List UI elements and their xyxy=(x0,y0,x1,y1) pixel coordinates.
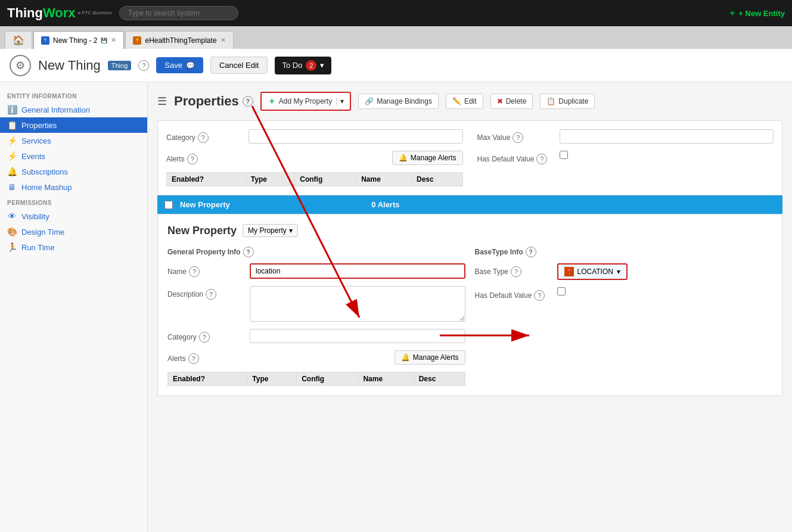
new-property-title: New Property xyxy=(167,225,237,237)
duplicate-icon: 📋 xyxy=(546,97,555,105)
tab-close-button[interactable]: ✕ xyxy=(111,36,116,44)
edit-button[interactable]: ✏️ Edit xyxy=(446,94,483,109)
tab-new-thing[interactable]: T New Thing - 2 💾 ✕ xyxy=(33,31,124,49)
sidebar-item-run-time[interactable]: 🏃 Run Time xyxy=(0,239,147,255)
my-property-dropdown[interactable]: My Property ▾ xyxy=(243,224,298,237)
general-property-info-title: General Property Info ? xyxy=(167,247,465,257)
alerts-help-icon[interactable]: ? xyxy=(187,154,198,164)
general-info-help[interactable]: ? xyxy=(243,247,254,257)
max-value-form-row: Max Value ? xyxy=(477,129,774,144)
sidebar-item-properties[interactable]: 📋 Properties xyxy=(0,117,147,133)
category-input[interactable] xyxy=(250,329,465,343)
base-type-field-help[interactable]: ? xyxy=(511,266,521,277)
col-type-2: Type xyxy=(247,372,297,386)
events-icon: ⚡ xyxy=(7,151,17,161)
thing-badge: Thing xyxy=(108,61,132,70)
category-help[interactable]: ? xyxy=(199,332,210,343)
new-property-two-col: General Property Info ? Name ? Descripti… xyxy=(167,247,772,386)
base-type-form-row: Base Type ? 📍 LOCATION ▾ xyxy=(475,263,773,280)
location-button[interactable]: 📍 LOCATION ▾ xyxy=(557,263,628,280)
duplicate-button[interactable]: 📋 Duplicate xyxy=(540,94,595,109)
location-type-icon: 📍 xyxy=(564,267,574,276)
category-label-top: Category ? xyxy=(166,129,244,143)
permissions-section-title: PERMISSIONS xyxy=(0,195,147,209)
sidebar-item-subscriptions[interactable]: 🔔 Subscriptions xyxy=(0,164,147,179)
manage-alerts-button[interactable]: 🔔 Manage Alerts xyxy=(395,350,465,365)
logo: ThingWorx a PTC Business xyxy=(7,5,112,21)
properties-icon: 📋 xyxy=(7,120,17,130)
sidebar-item-home-mashup[interactable]: 🖥 Home Mashup xyxy=(0,179,147,195)
dropdown-arrow-icon: ▾ xyxy=(289,226,293,235)
tab-close-ehealth-button[interactable]: ✕ xyxy=(220,36,226,44)
has-default-checkbox[interactable] xyxy=(560,151,568,159)
new-entity-button[interactable]: ＋ + New Entity xyxy=(728,8,785,18)
has-default-form-row-2: Has Default Value ? xyxy=(475,287,773,301)
has-default-form-row: Has Default Value ? xyxy=(477,151,774,164)
sidebar: ENTITY INFORMATION ℹ️ General Informatio… xyxy=(0,82,148,532)
category-input-top[interactable] xyxy=(249,129,463,144)
alerts-help[interactable]: ? xyxy=(188,353,199,364)
base-type-help[interactable]: ? xyxy=(526,247,536,257)
properties-help-button[interactable]: ? xyxy=(243,96,253,107)
category-help-icon[interactable]: ? xyxy=(198,132,209,143)
tab-ehealth[interactable]: T eHealthThingTemplate ✕ xyxy=(125,31,233,49)
category-label: Category ? xyxy=(167,329,245,343)
main-layout: ENTITY INFORMATION ℹ️ General Informatio… xyxy=(0,82,792,532)
general-property-info-col: General Property Info ? Name ? Descripti… xyxy=(167,247,465,386)
new-property-checkbox[interactable] xyxy=(164,201,173,209)
sidebar-item-events[interactable]: ⚡ Events xyxy=(0,148,147,164)
has-default-help[interactable]: ? xyxy=(536,154,547,164)
has-default-help-2[interactable]: ? xyxy=(534,290,545,301)
max-value-input[interactable] xyxy=(560,129,774,144)
design-time-icon: 🎨 xyxy=(7,227,17,237)
description-help[interactable]: ? xyxy=(206,289,216,300)
cancel-edit-button[interactable]: Cancel Edit xyxy=(210,57,268,74)
bindings-icon: 🔗 xyxy=(365,97,374,105)
sidebar-item-visibility[interactable]: 👁 Visibility xyxy=(0,209,147,224)
bell-icon: 🔔 xyxy=(399,154,408,162)
sidebar-item-services[interactable]: ⚡ Services xyxy=(0,133,147,148)
save-button[interactable]: Save 💬 xyxy=(156,57,203,73)
name-help[interactable]: ? xyxy=(189,266,200,277)
category-form-row: Category ? xyxy=(167,329,465,343)
description-label: Description ? xyxy=(167,286,245,300)
todo-badge: 2 xyxy=(306,60,316,71)
sidebar-item-general-info[interactable]: ℹ️ General Information xyxy=(0,102,147,117)
tab-home[interactable]: 🏠 xyxy=(5,31,32,49)
name-input[interactable] xyxy=(250,263,465,279)
save-indicator-icon: 💾 xyxy=(101,38,107,43)
max-value-help[interactable]: ? xyxy=(513,132,523,143)
alerts-form-row: Alerts ? 🔔 Manage Alerts xyxy=(167,350,465,365)
new-property-row-label: New Property xyxy=(180,200,364,209)
delete-button[interactable]: ✖ Delete xyxy=(490,94,533,109)
todo-button[interactable]: To Do 2 ▾ xyxy=(275,57,331,74)
top-property-form: Category ? Alerts ? 🔔 Manage Alerts xyxy=(157,120,782,195)
home-mashup-icon: 🖥 xyxy=(7,182,17,192)
max-value-label: Max Value ? xyxy=(477,129,555,143)
alerts-label-top: Alerts ? xyxy=(166,151,244,164)
properties-list-icon: ☰ xyxy=(157,95,167,108)
help-button[interactable]: ? xyxy=(138,60,149,71)
has-default-checkbox-2[interactable] xyxy=(557,287,566,295)
col-config-2: Config xyxy=(297,372,358,386)
content-area: ☰ Properties ? ＋ Add My Property ▾ 🔗 Man… xyxy=(148,82,792,532)
description-input[interactable] xyxy=(250,286,465,322)
search-input[interactable] xyxy=(119,6,238,20)
chat-icon: 💬 xyxy=(186,61,195,70)
alerts-count-label: 0 Alerts xyxy=(371,200,399,209)
col-enabled-2: Enabled? xyxy=(168,372,247,386)
manage-alerts-button-top[interactable]: 🔔 Manage Alerts xyxy=(392,151,463,165)
home-icon: 🏠 xyxy=(13,35,24,46)
subscriptions-icon: 🔔 xyxy=(7,167,17,176)
new-property-header: New Property My Property ▾ xyxy=(167,224,772,237)
gear-icon: ⚙ xyxy=(10,55,31,76)
add-my-property-button[interactable]: ＋ Add My Property ▾ xyxy=(260,92,351,111)
entity-header: ⚙ New Thing Thing ? Save 💬 Cancel Edit T… xyxy=(0,49,792,82)
manage-bindings-button[interactable]: 🔗 Manage Bindings xyxy=(358,94,439,109)
base-type-info-col: BaseType Info ? Base Type ? 📍 LOCATION ▾ xyxy=(475,247,773,386)
run-time-icon: 🏃 xyxy=(7,242,17,252)
col-desc-2: Desc xyxy=(414,372,465,386)
add-dropdown-arrow[interactable]: ▾ xyxy=(336,97,344,105)
tab-favicon: T xyxy=(41,36,49,45)
sidebar-item-design-time[interactable]: 🎨 Design Time xyxy=(0,224,147,239)
